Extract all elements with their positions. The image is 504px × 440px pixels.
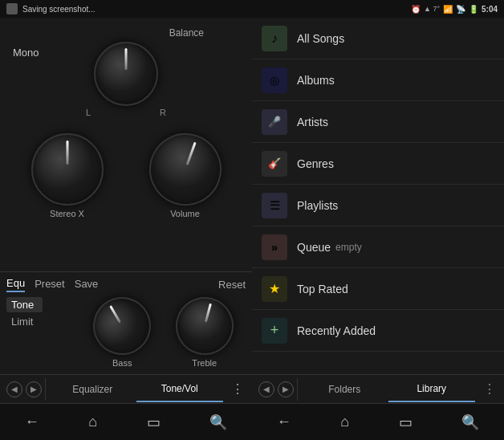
right-more-btn[interactable]: ⋮ [475, 375, 504, 403]
notification-icon: ▲ 7° [424, 5, 440, 13]
recently-added-label: Recently Added [297, 324, 376, 337]
left-more-btn[interactable]: ⋮ [223, 375, 252, 403]
tab-library[interactable]: Library [388, 377, 476, 402]
right-prev-btn[interactable]: ◀ [258, 381, 274, 397]
lr-labels: L R [86, 108, 166, 117]
albums-icon: ◎ [262, 67, 287, 93]
next-btn[interactable]: ▶ [26, 381, 42, 397]
right-next-btn[interactable]: ▶ [278, 381, 294, 397]
side-tab-limit[interactable]: Limit [6, 314, 43, 329]
screenshot-text: Saving screenshot... [22, 5, 96, 14]
left-statusbar: Saving screenshot... [0, 0, 252, 18]
battery-icon: 🔋 [469, 5, 478, 14]
bass-knob[interactable] [83, 287, 161, 365]
genres-label: Genres [297, 157, 334, 170]
balance-label: Balance [169, 27, 204, 39]
right-statusbar: ⏰ ▲ 7° 📶 📡 🔋 5:04 [252, 0, 504, 18]
queue-badge: empty [335, 242, 362, 253]
right-panel: ⏰ ▲ 7° 📶 📡 🔋 5:04 ♪ All Songs ◎ Albums 🎤… [252, 0, 504, 440]
wifi-icon: 📶 [443, 5, 453, 14]
eq-tabs-row: Equ Preset Save Reset [0, 271, 252, 294]
right-back-btn[interactable]: ← [267, 407, 301, 437]
tab-divider [45, 378, 46, 401]
tab-preset[interactable]: Preset [35, 278, 65, 291]
l-label: L [86, 108, 91, 117]
stereo-knob-container: Stereo X [31, 133, 104, 218]
music-menu-list: ♪ All Songs ◎ Albums 🎤 Artists 🎸 Genres … [252, 18, 504, 374]
top-rated-icon: ★ [262, 276, 287, 302]
left-home-btn[interactable]: ⌂ [79, 407, 107, 437]
left-bottom-tabbar: ◀ ▶ Equalizer Tone/Vol ⋮ [0, 374, 252, 403]
time-display: 5:04 [482, 5, 498, 14]
albums-label: Albums [297, 74, 335, 87]
tab-reset[interactable]: Reset [218, 279, 246, 291]
bass-label: Bass [112, 358, 132, 368]
right-search-btn[interactable]: 🔍 [452, 407, 489, 438]
right-bottom-tabbar: ◀ ▶ Folders Library ⋮ [252, 374, 504, 403]
all-songs-label: All Songs [297, 32, 344, 45]
menu-item-playlists[interactable]: ☰ Playlists [252, 185, 504, 226]
right-transport-btns: ◀ ▶ [252, 381, 294, 397]
eq-knobs-row: Bass Treble [75, 294, 252, 374]
tab-tone-vol[interactable]: Tone/Vol [136, 377, 224, 402]
side-tab-tone[interactable]: Tone [6, 297, 43, 312]
queue-label: Queue [297, 241, 331, 254]
tab-equalizer[interactable]: Equalizer [49, 377, 136, 401]
stereo-knob[interactable] [31, 133, 104, 206]
treble-label: Treble [192, 358, 217, 368]
left-nav-bar: ← ⌂ ▭ 🔍 [0, 403, 252, 440]
genres-icon: 🎸 [262, 151, 287, 177]
menu-item-genres[interactable]: 🎸 Genres [252, 143, 504, 185]
stereo-label: Stereo X [50, 209, 84, 218]
right-tab-divider [297, 378, 298, 401]
knob-area: Balance Mono L R Stereo X Volume [0, 18, 252, 271]
side-tabs: Tone Limit [6, 297, 43, 329]
volume-knob-container: Volume [149, 133, 222, 218]
volume-knob[interactable] [139, 123, 231, 215]
menu-item-recently-added[interactable]: + Recently Added [252, 310, 504, 352]
all-songs-icon: ♪ [262, 26, 287, 51]
eq-section: Tone Limit Bass Treble [0, 294, 252, 374]
left-recents-btn[interactable]: ▭ [137, 407, 170, 438]
alarm-icon: ⏰ [411, 5, 421, 14]
treble-knob[interactable] [169, 291, 240, 361]
treble-knob-container: Treble [176, 297, 234, 368]
left-transport-btns: ◀ ▶ [0, 381, 42, 397]
left-search-btn[interactable]: 🔍 [200, 407, 237, 438]
tab-save[interactable]: Save [75, 278, 99, 291]
menu-item-artists[interactable]: 🎤 Artists [252, 101, 504, 143]
queue-icon: » [262, 234, 287, 260]
bass-knob-container: Bass [93, 297, 151, 368]
menu-item-top-rated[interactable]: ★ Top Rated [252, 268, 504, 310]
screenshot-icon [6, 3, 18, 14]
artists-label: Artists [297, 116, 328, 128]
artists-icon: 🎤 [262, 109, 287, 135]
recently-added-icon: + [262, 318, 287, 344]
right-recents-btn[interactable]: ▭ [389, 407, 422, 438]
menu-item-queue[interactable]: » Queue empty [252, 226, 504, 268]
playlists-label: Playlists [297, 199, 338, 212]
left-back-btn[interactable]: ← [15, 407, 49, 437]
prev-btn[interactable]: ◀ [6, 381, 22, 397]
left-panel: Saving screenshot... Balance Mono L R St… [0, 0, 252, 440]
volume-label: Volume [170, 209, 200, 218]
right-nav-bar: ← ⌂ ▭ 🔍 [252, 403, 504, 440]
mono-label: Mono [13, 47, 39, 59]
balance-section: Balance Mono L R [0, 27, 252, 117]
r-label: R [160, 108, 166, 117]
signal-icon: 📡 [456, 5, 465, 14]
menu-item-all-songs[interactable]: ♪ All Songs [252, 18, 504, 59]
playlists-icon: ☰ [262, 193, 287, 218]
tab-equ[interactable]: Equ [6, 277, 25, 292]
tab-folders[interactable]: Folders [301, 377, 388, 401]
right-home-btn[interactable]: ⌂ [331, 407, 359, 437]
balance-knob[interactable] [94, 42, 158, 106]
main-knobs: Stereo X Volume [0, 133, 252, 218]
menu-item-albums[interactable]: ◎ Albums [252, 59, 504, 101]
top-rated-label: Top Rated [297, 283, 348, 295]
